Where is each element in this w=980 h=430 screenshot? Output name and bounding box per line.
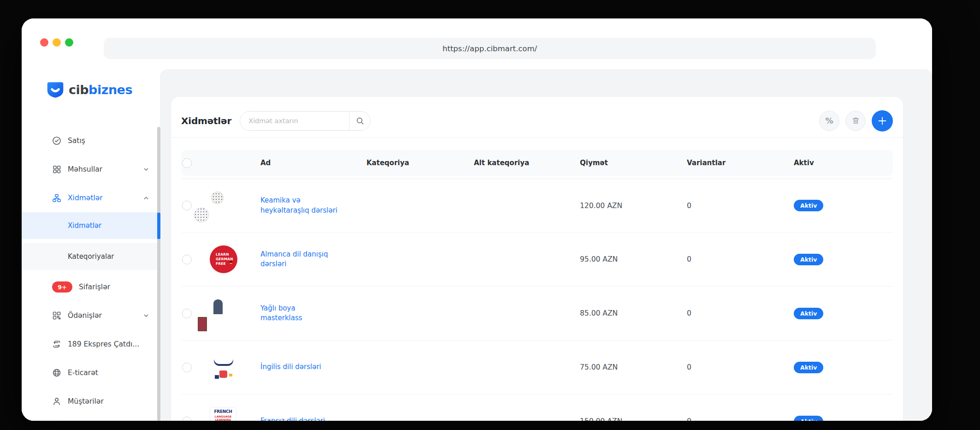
price-cell: 150.00 AZN	[580, 417, 687, 421]
add-service-button[interactable]	[872, 110, 893, 131]
sidebar-subitem-label: Kateqoriyalar	[68, 252, 114, 261]
zoom-button[interactable]	[65, 38, 73, 47]
sidebar-item-eticaret[interactable]: E-ticarət	[22, 358, 160, 387]
search-box	[240, 111, 371, 131]
card-header: Xidmətlər %	[171, 97, 903, 137]
variants-cell: 0	[687, 255, 794, 263]
sidebar-item-sifarisler[interactable]: 9+ Sifarişlər	[22, 273, 160, 301]
minimize-button[interactable]	[53, 38, 61, 47]
service-image: FRENCH LANGUAGE LEARNING	[210, 407, 236, 421]
price-cell: 85.00 AZN	[580, 309, 687, 317]
status-badge[interactable]: Aktiv	[794, 200, 823, 211]
service-image: LEARN GERMAN FREE	[210, 245, 237, 273]
service-name-link[interactable]: İngilis dili dərsləri	[260, 362, 366, 372]
user-icon	[52, 397, 61, 406]
trash-icon	[851, 116, 860, 125]
table-row: İngilis dili dərsləri 75.00 AZN 0 Aktiv	[181, 340, 893, 394]
status-badge[interactable]: Aktiv	[794, 416, 823, 421]
header-actions: %	[819, 110, 893, 131]
sidebar-item-label: Sifarişlər	[79, 283, 110, 291]
search-input[interactable]	[240, 112, 349, 130]
sidebar-item-odenisler[interactable]: Ödənişlər	[22, 301, 160, 330]
variants-cell: 0	[687, 202, 794, 210]
discount-button[interactable]: %	[819, 111, 839, 131]
sidebar-scrollbar[interactable]	[157, 127, 160, 421]
screen-background: https://app.cibmart.com/	[0, 0, 980, 430]
chevron-down-icon	[143, 166, 149, 173]
service-name-link[interactable]: Almanca dil danışıq dərsləri	[260, 250, 366, 269]
status-badge[interactable]: Aktiv	[794, 308, 823, 319]
column-header-kateqoriya: Kateqoriya	[366, 159, 474, 167]
window-controls	[40, 38, 73, 47]
active-item-indicator	[157, 213, 160, 239]
column-header-alt-kateqoriya: Alt kateqoriya	[474, 159, 580, 167]
delivery-icon	[52, 340, 61, 349]
column-header-ad: Ad	[260, 159, 366, 167]
row-checkbox[interactable]	[182, 309, 192, 318]
table-body: Keamika və heykəltaraşlıq dərsləri 120.0…	[181, 179, 893, 421]
plus-icon	[877, 116, 887, 126]
select-all-checkbox[interactable]	[182, 158, 192, 168]
orders-count-badge: 9+	[52, 281, 72, 293]
service-name-link[interactable]: Yağlı boya masterklass	[260, 304, 366, 323]
app-body: cibbiznes Satış Məhsullar	[22, 65, 932, 421]
column-header-aktiv: Aktiv	[794, 159, 893, 167]
status-badge[interactable]: Aktiv	[794, 362, 823, 373]
table-row: LEARN GERMAN FREE Almanca dil danışıq də…	[181, 233, 893, 287]
sidebar-item-label: Ödənişlər	[68, 311, 102, 320]
sidebar-item-label: Xidmətlər	[68, 194, 103, 202]
row-checkbox[interactable]	[182, 201, 192, 210]
row-checkbox[interactable]	[182, 255, 192, 264]
logo-shield-icon	[46, 81, 65, 98]
search-icon	[355, 116, 365, 125]
sitemap-icon	[52, 193, 61, 203]
sidebar-item-xidmetler[interactable]: Xidmətlər	[22, 184, 160, 212]
content-card: Xidmətlər %	[171, 97, 903, 421]
check-circle-icon	[52, 136, 61, 145]
sidebar-item-musteriler[interactable]: Müştərilər	[22, 387, 160, 416]
row-checkbox[interactable]	[182, 363, 192, 372]
url-text: https://app.cibmart.com/	[443, 44, 537, 53]
sidebar-menu: Satış Məhsullar	[22, 126, 160, 421]
service-name-link[interactable]: Fransız dili dərsləri	[260, 416, 366, 421]
close-button[interactable]	[40, 38, 48, 47]
sidebar-item-ekspres[interactable]: 189 Ekspres Çatdı...	[22, 330, 160, 358]
app-logo[interactable]: cibbiznes	[46, 81, 132, 98]
variants-cell: 0	[687, 363, 794, 371]
variants-cell: 0	[687, 417, 794, 421]
sidebar-item-satis[interactable]: Satış	[22, 126, 160, 155]
grid-icon	[52, 165, 61, 174]
percent-icon: %	[825, 116, 833, 125]
sidebar-item-mehsullar[interactable]: Məhsullar	[22, 155, 160, 184]
sidebar-subitem-label: Xidmətlər	[68, 221, 101, 230]
row-checkbox[interactable]	[182, 417, 192, 421]
page-title: Xidmətlər	[181, 115, 231, 126]
service-name-link[interactable]: Keamika və heykəltaraşlıq dərsləri	[260, 196, 366, 215]
column-header-qiymet: Qiymət	[580, 159, 687, 167]
globe-icon	[52, 368, 61, 377]
price-cell: 95.00 AZN	[580, 255, 687, 263]
price-cell: 120.00 AZN	[580, 202, 687, 210]
search-button[interactable]	[349, 112, 370, 130]
sidebar: cibbiznes Satış Məhsullar	[22, 65, 160, 421]
sidebar-item-label: Məhsullar	[68, 165, 102, 173]
chevron-down-icon	[143, 312, 149, 319]
price-cell: 75.00 AZN	[580, 363, 687, 371]
delete-button[interactable]	[845, 111, 866, 131]
table-header: Ad Kateqoriya Alt kateqoriya Qiymət Vari…	[181, 150, 893, 176]
sidebar-item-label: E-ticarət	[68, 369, 98, 377]
browser-chrome: https://app.cibmart.com/	[22, 18, 932, 65]
address-bar[interactable]: https://app.cibmart.com/	[104, 38, 876, 59]
sidebar-item-label: Müştərilər	[68, 397, 104, 406]
status-badge[interactable]: Aktiv	[794, 254, 823, 265]
sidebar-item-analitika[interactable]: Analitika	[22, 416, 160, 421]
sidebar-item-label: 189 Ekspres Çatdı...	[68, 340, 139, 348]
variants-cell: 0	[687, 309, 794, 317]
table-row: Keamika və heykəltaraşlıq dərsləri 120.0…	[181, 179, 893, 233]
sidebar-item-label: Satış	[68, 137, 85, 145]
column-header-variantlar: Variantlar	[687, 159, 794, 167]
browser-window: https://app.cibmart.com/	[22, 18, 932, 421]
sidebar-subitem-kateqoriyalar[interactable]: Kateqoriyalar	[22, 243, 160, 270]
sidebar-subitem-xidmetler[interactable]: Xidmətlər	[22, 212, 160, 239]
qr-code-icon	[52, 311, 61, 320]
